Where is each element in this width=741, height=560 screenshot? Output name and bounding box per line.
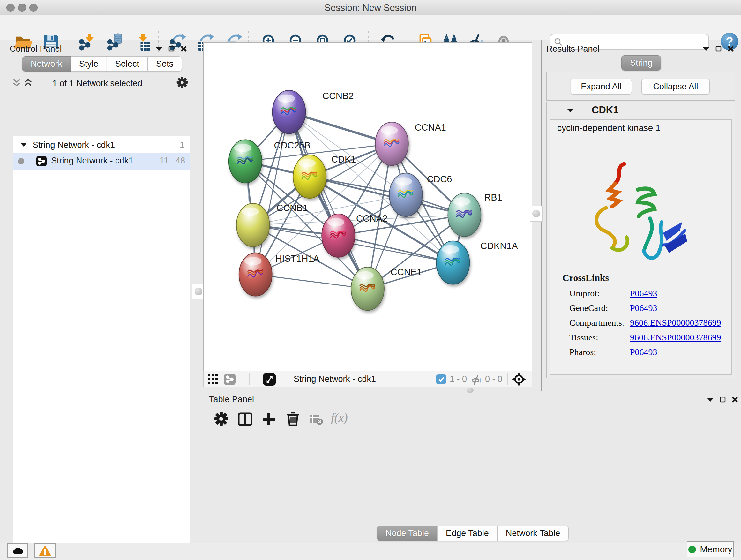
selected-node-edge-counts: 1 - 0 <box>450 374 467 384</box>
control-panel-menu-icon[interactable] <box>156 47 163 51</box>
table-settings-gear-icon[interactable] <box>213 411 229 427</box>
tab-node-table[interactable]: Node Table <box>377 525 437 541</box>
network-view-toolbar: String Network - cdk1 1 - 0 0 - 0 <box>203 371 532 387</box>
node-label-ccna1: CCNA1 <box>415 122 446 132</box>
results-panel-float-icon[interactable] <box>716 46 722 52</box>
tab-string[interactable]: String <box>621 55 661 71</box>
edge-ccna2-cdkn1a[interactable] <box>338 236 453 263</box>
current-network-name: String Network - cdk1 <box>293 374 376 384</box>
fit-selected-crosshair-icon[interactable] <box>512 372 526 386</box>
network-view-canvas[interactable]: CCNB2CCNA1CDC25BCDK1CDC6RB1CCNB1CCNA2CDK… <box>203 43 532 371</box>
results-panel-menu-icon[interactable] <box>703 47 710 51</box>
table-panel-close-icon[interactable] <box>732 396 738 403</box>
node-hist1h1a[interactable]: HIST1H1A <box>239 253 320 296</box>
network-icon-toggle[interactable] <box>224 374 235 385</box>
node-ccne1[interactable]: CCNE1 <box>351 267 422 311</box>
table-panel: Table Panel f(x) shared namenamecanonica… <box>203 392 741 543</box>
node-label-cdc25b: CDC25B <box>274 140 311 150</box>
node-label-ccnb1: CCNB1 <box>277 203 308 213</box>
tab-network[interactable]: Network <box>22 56 71 71</box>
crosslink-row: Compartments:9606.ENSP00000378699 <box>550 318 733 332</box>
collapse-all-button[interactable]: Collapse All <box>642 78 710 95</box>
node-rb1[interactable]: RB1 <box>448 192 502 237</box>
collection-label: String Network - cdk1 <box>32 140 115 150</box>
crosslink-link[interactable]: 9606.ENSP00000378699 <box>630 332 721 343</box>
node-label-hist1h1a: HIST1H1A <box>275 253 320 264</box>
control-panel-float-icon[interactable] <box>169 46 175 52</box>
grid-view-icon[interactable] <box>207 374 219 385</box>
table-panel-title: Table Panel <box>209 395 254 405</box>
node-label-ccne1: CCNE1 <box>391 267 422 277</box>
control-panel-tabs: NetworkStyleSelectSets <box>22 56 182 71</box>
crosslink-link[interactable]: P06493 <box>630 288 657 299</box>
network-row-selected[interactable]: String Network - cdk1 11 48 <box>13 153 190 170</box>
main-toolbar: ? <box>0 15 741 40</box>
birds-eye-view-icon[interactable] <box>263 373 276 386</box>
hidden-elements-icon <box>470 374 482 385</box>
edge-hist1h1a-ccne1[interactable] <box>256 274 367 289</box>
warning-status-button[interactable] <box>35 543 56 558</box>
crosslink-link[interactable]: P06493 <box>630 347 657 357</box>
control-panel-close-icon[interactable] <box>181 46 187 52</box>
memory-status-dot <box>688 546 696 553</box>
control-panel: Control Panel NetworkStyleSelectSets 1 o… <box>3 43 195 532</box>
results-panel-close-icon[interactable] <box>728 46 734 52</box>
window-title: Session: New Session <box>0 3 741 13</box>
node-label-cdc6: CDC6 <box>427 174 452 184</box>
selected-checkbox[interactable] <box>436 374 446 384</box>
node-label-ccna2: CCNA2 <box>356 213 387 224</box>
table-panel-float-icon[interactable] <box>720 396 726 403</box>
crosslink-label: Uniprot: <box>569 288 600 299</box>
results-panel: Results Panel String Expand All Collapse… <box>543 43 738 389</box>
node-label-cdk1: CDK1 <box>331 154 356 165</box>
show-columns-icon[interactable] <box>238 412 253 427</box>
results-panel-title: Results Panel <box>546 44 600 54</box>
add-column-icon[interactable] <box>261 412 276 427</box>
memory-button[interactable]: Memory <box>687 542 734 557</box>
status-bar: Memory <box>0 543 741 560</box>
node-label-cdkn1a: CDKN1A <box>480 241 518 251</box>
network-node-count: 11 <box>159 156 169 166</box>
protein-description: cyclin-dependent kinase 1 <box>557 123 661 133</box>
tab-network-table[interactable]: Network Table <box>497 525 569 541</box>
collection-expand-icon[interactable] <box>20 143 27 147</box>
network-collection-row[interactable]: String Network - cdk1 1 <box>13 138 190 153</box>
delete-column-icon[interactable] <box>286 411 300 427</box>
protein-result-box: CDK1 cyclin-dependent kinase 1 CrossLi <box>546 102 735 378</box>
delete-table-icon[interactable] <box>309 414 323 425</box>
cloud-status-button[interactable] <box>7 543 28 558</box>
crosslink-label: GeneCard: <box>569 303 608 313</box>
tab-select[interactable]: Select <box>107 56 148 71</box>
collection-count: 1 <box>180 140 185 150</box>
window-titlebar: Session: New Session <box>0 0 741 15</box>
cloud-icon <box>11 546 23 555</box>
node-cdkn1a[interactable]: CDKN1A <box>436 241 518 285</box>
results-actions-box: Expand All Collapse All <box>546 72 735 101</box>
tab-sets[interactable]: Sets <box>147 56 182 71</box>
crosslink-label: Pharos: <box>569 347 596 357</box>
right-splitter-handle[interactable] <box>530 206 542 222</box>
hidden-node-edge-counts: 0 - 0 <box>485 374 502 384</box>
tab-edge-table[interactable]: Edge Table <box>437 525 497 541</box>
control-panel-title: Control Panel <box>10 44 62 54</box>
network-label: String Network - cdk1 <box>51 156 133 166</box>
protein-structure-image <box>569 155 703 270</box>
edge-ccnb2-hist1h1a[interactable] <box>256 112 289 274</box>
crosslink-row: Pharos:P06493 <box>550 347 733 362</box>
node-ccna1[interactable]: CCNA1 <box>375 122 446 166</box>
crosslink-row: GeneCard:P06493 <box>550 303 733 318</box>
table-panel-tabs: Node TableEdge TableNetwork Table <box>377 525 569 541</box>
protein-details: cyclin-dependent kinase 1 CrossLinks Uni… <box>549 119 732 374</box>
crosslink-label: Tissues: <box>569 332 598 343</box>
protein-collapse-icon[interactable] <box>567 108 574 113</box>
function-builder-icon[interactable]: f(x) <box>331 411 348 425</box>
network-options-gear-icon[interactable] <box>176 76 188 88</box>
expand-all-button[interactable]: Expand All <box>570 78 632 95</box>
node-label-rb1: RB1 <box>484 192 502 202</box>
crosslink-link[interactable]: P06493 <box>630 303 657 313</box>
left-splitter-handle[interactable] <box>192 284 205 300</box>
protein-name: CDK1 <box>592 105 618 116</box>
table-panel-menu-icon[interactable] <box>707 397 714 402</box>
crosslink-link[interactable]: 9606.ENSP00000378699 <box>630 318 721 328</box>
tab-style[interactable]: Style <box>71 56 107 71</box>
